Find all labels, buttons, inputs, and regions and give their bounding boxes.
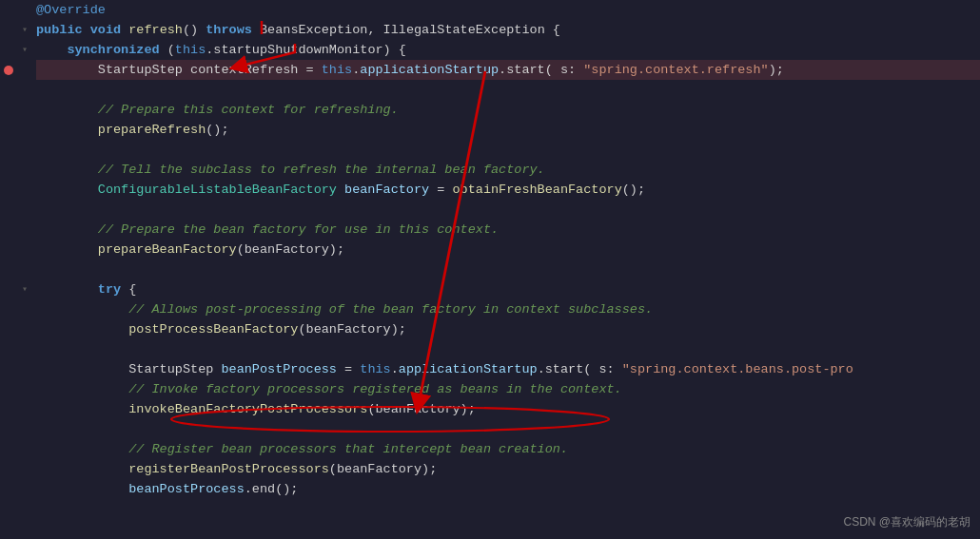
fold-slot	[17, 180, 32, 200]
keyword-token: void	[90, 20, 129, 40]
plain-token: .start( s:	[499, 60, 583, 80]
plain-token	[36, 240, 98, 260]
bp-slot	[0, 359, 17, 379]
fold-slot	[17, 200, 32, 220]
bp-slot	[0, 160, 17, 180]
type-token: ConfigurableListableBeanFactory	[98, 180, 344, 200]
param-token: beanPostProcess	[221, 359, 337, 379]
code-line: synchronized ( this .startupShutdownMoni…	[36, 40, 980, 60]
plain-token	[36, 319, 128, 339]
plain-token: (beanFactory);	[329, 459, 437, 479]
plain-token: BeansException, IllegalStateException {	[260, 20, 560, 40]
plain-token: (beanFactory);	[367, 399, 475, 419]
breakpoint-indicator	[4, 66, 13, 75]
bp-slot	[0, 419, 17, 439]
code-line: // Invoke factory processors registered …	[36, 379, 980, 399]
code-line: // Prepare the bean factory for use in t…	[36, 220, 980, 240]
plain-token: StartupStep con	[36, 60, 213, 80]
plain-token: );	[769, 60, 784, 80]
editor-container: ▾ ▾ ▾ @Override	[0, 0, 980, 539]
fold-slot: ▾	[17, 40, 32, 60]
param-token: beanFactory	[344, 180, 429, 200]
watermark: CSDN @喜欢编码的老胡	[843, 513, 970, 531]
plain-token: (beanFactory);	[298, 319, 405, 339]
comment-token: // Register bean processors that interce…	[36, 439, 568, 459]
fold-slot	[17, 0, 32, 20]
keyword-token: this	[360, 359, 390, 379]
plain-token	[36, 399, 128, 419]
plain-token: ();	[206, 120, 228, 140]
fold-slot	[17, 299, 32, 319]
plain-token: (	[167, 40, 175, 60]
code-line: registerBeanPostProcessors (beanFactory)…	[36, 459, 980, 479]
fold-slot	[17, 260, 32, 279]
bp-slot	[0, 180, 17, 200]
bp-slot	[0, 200, 17, 220]
breakpoint-area	[0, 0, 17, 539]
bp-slot	[0, 80, 17, 100]
comment-token: // Allows post-processing of the bean fa…	[36, 299, 653, 319]
code-line: try {	[36, 279, 980, 299]
code-line: // Register bean processors that interce…	[36, 439, 980, 459]
fold-slot	[17, 499, 32, 519]
plain-token: textRefresh =	[213, 60, 321, 80]
code-line: @Override	[36, 0, 980, 20]
method-token: registerBeanPostProcessors	[128, 459, 329, 479]
fold-slot	[17, 240, 32, 260]
code-line	[36, 339, 980, 359]
fold-slot: ▾	[17, 279, 32, 299]
bp-slot	[0, 100, 17, 120]
fold-slot	[17, 479, 32, 499]
comment-token: // Prepare this context for refreshing.	[36, 100, 399, 120]
bp-slot	[0, 260, 17, 279]
param-token: applicationStartup	[399, 359, 538, 379]
code-line: // Allows post-processing of the bean fa…	[36, 299, 980, 319]
bp-slot	[0, 120, 17, 140]
bp-slot	[0, 279, 17, 299]
code-line: // Tell the subclass to refresh the inte…	[36, 160, 980, 180]
method-token: postProcessBeanFactory	[128, 319, 298, 339]
code-line: public void refresh () throws BeansExcep…	[36, 20, 980, 40]
code-line: postProcessBeanFactory (beanFactory);	[36, 319, 980, 339]
bp-slot	[0, 140, 17, 160]
code-line	[36, 419, 980, 439]
plain-token	[36, 40, 67, 60]
code-line: StartupStep beanPostProcess = this . app…	[36, 359, 980, 379]
fold-slot	[17, 100, 32, 120]
param-token: applicationStartup	[360, 60, 499, 80]
bp-slot	[0, 479, 17, 499]
keyword-token: synchronized	[67, 40, 167, 60]
bp-slot	[0, 499, 17, 519]
method-token: invokeBeanFactoryPostProcessors	[128, 399, 367, 419]
keyword-token: this	[322, 60, 352, 80]
fold-slot	[17, 399, 32, 419]
method-token: obtainFreshBeanFactory	[453, 180, 622, 200]
method-token: prepareBeanFactory	[98, 240, 237, 260]
string-token: "spring.context.beans.post-pro	[622, 359, 853, 379]
keyword-token: this	[175, 40, 206, 60]
method-token: prepareRefresh	[98, 120, 206, 140]
code-line: beanPostProcess .end();	[36, 479, 980, 499]
comment-token: // Prepare the bean factory for use in t…	[36, 220, 499, 240]
plain-token	[36, 479, 128, 499]
plain-token: ();	[622, 180, 645, 200]
code-line-circled: invokeBeanFactoryPostProcessors (beanFac…	[36, 399, 980, 419]
keyword-token: public	[36, 20, 90, 40]
bp-slot	[0, 459, 17, 479]
fold-slot	[17, 379, 32, 399]
bp-slot	[0, 399, 17, 419]
bp-slot	[0, 20, 17, 40]
keyword-token: throws	[206, 20, 260, 40]
fold-slot	[17, 120, 32, 140]
bp-slot	[0, 439, 17, 459]
code-line	[36, 140, 980, 160]
code-line	[36, 200, 980, 220]
plain-token: =	[337, 359, 360, 379]
fold-slot	[17, 220, 32, 240]
plain-token: ()	[183, 20, 206, 40]
annotation-token: @Override	[36, 0, 106, 20]
fold-slot	[17, 160, 32, 180]
code-line: ConfigurableListableBeanFactory beanFact…	[36, 180, 980, 200]
bp-slot	[0, 339, 17, 359]
fold-slot: ▾	[17, 20, 32, 40]
